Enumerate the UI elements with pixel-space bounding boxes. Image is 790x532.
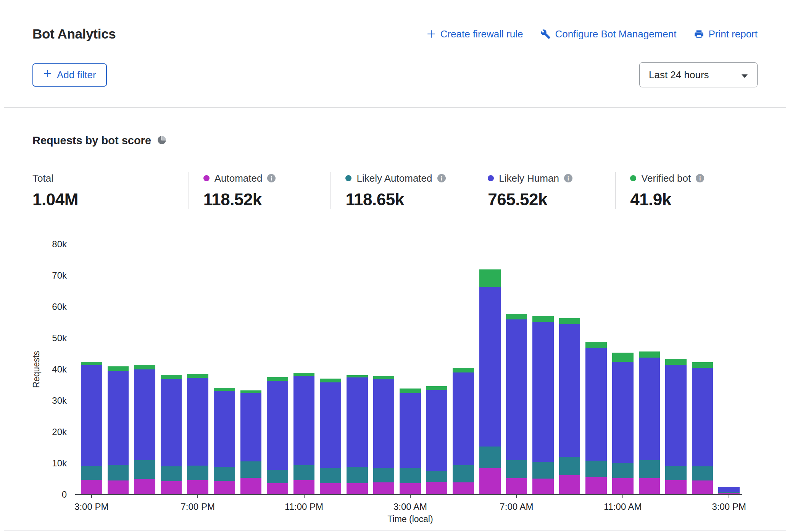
stat-likely-automated-label: Likely Automated — [356, 172, 432, 184]
stat-likely-human: Likely Human i 765.52k — [473, 172, 615, 209]
stat-total-value: 1.04M — [32, 190, 177, 209]
info-icon[interactable]: i — [267, 174, 276, 182]
plus-icon — [426, 29, 436, 39]
svg-text:Requests: Requests — [32, 351, 41, 388]
stat-automated: Automated i 118.52k — [189, 172, 331, 209]
stat-likely-automated: Likely Automated i 118.65k — [331, 172, 473, 209]
likely-automated-legend-dot — [345, 175, 351, 181]
stat-verified-bot-label: Verified bot — [641, 172, 691, 184]
likely-human-legend-dot — [488, 175, 494, 181]
chevron-down-icon — [741, 69, 748, 81]
bot-score-chart-svg: 010k20k30k40k50k60k70k80k3:00 PM7:00 PM1… — [32, 239, 758, 525]
svg-text:0: 0 — [62, 489, 67, 500]
svg-text:7:00 AM: 7:00 AM — [500, 501, 533, 512]
svg-text:70k: 70k — [52, 270, 67, 281]
svg-text:Time (local): Time (local) — [387, 514, 433, 524]
plus-icon — [43, 69, 52, 81]
svg-text:3:00 PM: 3:00 PM — [74, 501, 108, 512]
section-title: Requests by bot score — [32, 134, 151, 147]
create-firewall-rule-link[interactable]: Create firewall rule — [426, 28, 523, 40]
wrench-icon — [540, 29, 551, 39]
svg-text:60k: 60k — [52, 301, 67, 312]
svg-text:10k: 10k — [52, 458, 67, 468]
info-icon[interactable]: i — [696, 174, 704, 182]
info-icon[interactable]: i — [564, 174, 572, 182]
configure-bot-management-link[interactable]: Configure Bot Management — [540, 28, 676, 40]
stat-likely-human-label: Likely Human — [499, 172, 559, 184]
svg-text:20k: 20k — [52, 427, 67, 437]
svg-text:80k: 80k — [52, 239, 67, 249]
bot-analytics-card: Bot Analytics Create firewall rule Confi… — [4, 4, 786, 530]
stat-total: Total 1.04M — [32, 172, 189, 209]
card-header: Bot Analytics Create firewall rule Confi… — [4, 4, 786, 107]
svg-text:11:00 AM: 11:00 AM — [604, 501, 642, 512]
svg-text:11:00 PM: 11:00 PM — [285, 501, 323, 512]
verified-bot-legend-dot — [630, 175, 636, 181]
printer-icon — [694, 29, 704, 39]
configure-bot-management-label: Configure Bot Management — [555, 28, 676, 40]
svg-text:50k: 50k — [52, 333, 67, 343]
svg-text:3:00 AM: 3:00 AM — [393, 501, 427, 512]
stats-row: Total 1.04M Automated i 118.52k Likely A… — [32, 172, 758, 209]
stat-verified-bot: Verified bot i 41.9k — [615, 172, 758, 209]
stat-automated-value: 118.52k — [203, 190, 319, 209]
print-report-link[interactable]: Print report — [694, 28, 758, 40]
pie-chart-icon — [157, 135, 167, 147]
svg-text:40k: 40k — [52, 364, 67, 374]
create-firewall-rule-label: Create firewall rule — [440, 28, 523, 40]
svg-text:30k: 30k — [52, 395, 67, 406]
info-icon[interactable]: i — [437, 174, 446, 182]
time-range-value: Last 24 hours — [649, 69, 709, 81]
add-filter-label: Add filter — [57, 69, 96, 81]
requests-stacked-bar-chart: 010k20k30k40k50k60k70k80k3:00 PM7:00 PM1… — [32, 239, 758, 527]
requests-by-bot-score-section: Requests by bot score Total 1.04M Automa… — [4, 108, 786, 527]
stat-automated-label: Automated — [214, 172, 263, 184]
stat-likely-human-value: 765.52k — [488, 190, 604, 209]
add-filter-button[interactable]: Add filter — [32, 63, 107, 87]
time-range-select[interactable]: Last 24 hours — [639, 62, 758, 87]
stat-likely-automated-value: 118.65k — [345, 190, 461, 209]
page-title: Bot Analytics — [32, 26, 116, 42]
svg-text:3:00 PM: 3:00 PM — [712, 501, 746, 512]
automated-legend-dot — [203, 175, 210, 181]
header-actions: Create firewall rule Configure Bot Manag… — [426, 28, 758, 40]
stat-total-label: Total — [32, 172, 53, 184]
stat-verified-bot-value: 41.9k — [630, 190, 746, 209]
svg-text:7:00 PM: 7:00 PM — [181, 501, 215, 512]
print-report-label: Print report — [708, 28, 758, 40]
